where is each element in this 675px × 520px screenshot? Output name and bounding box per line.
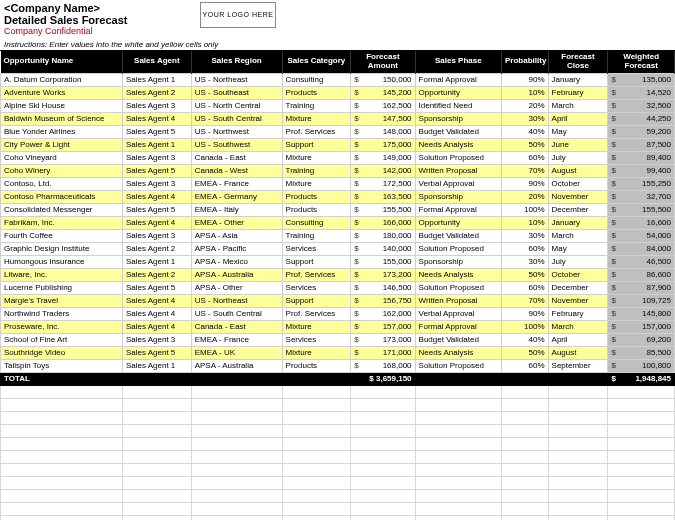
- cell-probability[interactable]: 70%: [502, 294, 549, 307]
- cell-weighted[interactable]: 32,500: [608, 99, 675, 112]
- cell-phase[interactable]: Written Proposal: [415, 294, 501, 307]
- cell-phase[interactable]: Sponsorship: [415, 255, 501, 268]
- cell-probability[interactable]: 30%: [502, 255, 549, 268]
- cell-close[interactable]: May: [548, 242, 608, 255]
- col-phase[interactable]: Sales Phase: [415, 51, 501, 73]
- cell-phase[interactable]: Solution Proposed: [415, 281, 501, 294]
- cell-amount[interactable]: 166,000: [351, 216, 415, 229]
- cell-category[interactable]: Training: [282, 229, 351, 242]
- cell-agent[interactable]: Sales Agent 2: [122, 268, 191, 281]
- cell-category[interactable]: Mixture: [282, 346, 351, 359]
- cell-weighted[interactable]: 89,400: [608, 151, 675, 164]
- col-region[interactable]: Sales Region: [191, 51, 282, 73]
- cell-close[interactable]: August: [548, 346, 608, 359]
- cell-amount[interactable]: 163,500: [351, 190, 415, 203]
- cell-agent[interactable]: Sales Agent 1: [122, 359, 191, 372]
- cell-agent[interactable]: Sales Agent 4: [122, 112, 191, 125]
- cell-weighted[interactable]: 87,900: [608, 281, 675, 294]
- cell-phase[interactable]: Needs Analysis: [415, 268, 501, 281]
- cell-probability[interactable]: 20%: [502, 190, 549, 203]
- cell-phase[interactable]: Solution Proposed: [415, 359, 501, 372]
- cell-region[interactable]: US - South Central: [191, 112, 282, 125]
- cell-amount[interactable]: 173,000: [351, 333, 415, 346]
- cell-agent[interactable]: Sales Agent 1: [122, 138, 191, 151]
- cell-agent[interactable]: Sales Agent 3: [122, 177, 191, 190]
- cell-phase[interactable]: Formal Approval: [415, 320, 501, 333]
- cell-probability[interactable]: 50%: [502, 346, 549, 359]
- cell-opportunity[interactable]: Proseware, Inc.: [1, 320, 123, 333]
- cell-phase[interactable]: Written Proposal: [415, 164, 501, 177]
- cell-weighted[interactable]: 46,500: [608, 255, 675, 268]
- cell-category[interactable]: Prof. Services: [282, 307, 351, 320]
- cell-phase[interactable]: Budget Validated: [415, 333, 501, 346]
- col-opportunity[interactable]: Opportunity Name: [1, 51, 123, 73]
- cell-weighted[interactable]: 135,000: [608, 73, 675, 86]
- cell-region[interactable]: US - South Central: [191, 307, 282, 320]
- cell-weighted[interactable]: 99,400: [608, 164, 675, 177]
- cell-probability[interactable]: 10%: [502, 216, 549, 229]
- cell-probability[interactable]: 90%: [502, 73, 549, 86]
- cell-amount[interactable]: 172,500: [351, 177, 415, 190]
- cell-amount[interactable]: 146,500: [351, 281, 415, 294]
- cell-agent[interactable]: Sales Agent 1: [122, 73, 191, 86]
- cell-probability[interactable]: 100%: [502, 203, 549, 216]
- cell-weighted[interactable]: 86,600: [608, 268, 675, 281]
- cell-amount[interactable]: 180,000: [351, 229, 415, 242]
- cell-region[interactable]: US - Northeast: [191, 294, 282, 307]
- cell-region[interactable]: EMEA - UK: [191, 346, 282, 359]
- cell-opportunity[interactable]: Graphic Design Institute: [1, 242, 123, 255]
- cell-weighted[interactable]: 54,000: [608, 229, 675, 242]
- cell-agent[interactable]: Sales Agent 3: [122, 229, 191, 242]
- cell-probability[interactable]: 40%: [502, 125, 549, 138]
- cell-probability[interactable]: 90%: [502, 177, 549, 190]
- cell-category[interactable]: Products: [282, 190, 351, 203]
- cell-close[interactable]: May: [548, 125, 608, 138]
- cell-region[interactable]: US - Northwest: [191, 125, 282, 138]
- cell-category[interactable]: Training: [282, 164, 351, 177]
- cell-probability[interactable]: 30%: [502, 112, 549, 125]
- cell-agent[interactable]: Sales Agent 5: [122, 281, 191, 294]
- cell-weighted[interactable]: 155,250: [608, 177, 675, 190]
- cell-amount[interactable]: 147,500: [351, 112, 415, 125]
- cell-agent[interactable]: Sales Agent 4: [122, 190, 191, 203]
- cell-amount[interactable]: 140,000: [351, 242, 415, 255]
- cell-region[interactable]: Canada - West: [191, 164, 282, 177]
- cell-close[interactable]: January: [548, 216, 608, 229]
- cell-probability[interactable]: 100%: [502, 320, 549, 333]
- cell-weighted[interactable]: 100,800: [608, 359, 675, 372]
- cell-weighted[interactable]: 32,700: [608, 190, 675, 203]
- cell-opportunity[interactable]: A. Datum Corporation: [1, 73, 123, 86]
- cell-opportunity[interactable]: Adventure Works: [1, 86, 123, 99]
- cell-amount[interactable]: 155,000: [351, 255, 415, 268]
- cell-amount[interactable]: 145,200: [351, 86, 415, 99]
- cell-opportunity[interactable]: Northwind Traders: [1, 307, 123, 320]
- cell-amount[interactable]: 157,000: [351, 320, 415, 333]
- cell-amount[interactable]: 156,750: [351, 294, 415, 307]
- cell-probability[interactable]: 10%: [502, 86, 549, 99]
- cell-probability[interactable]: 60%: [502, 359, 549, 372]
- cell-amount[interactable]: 175,000: [351, 138, 415, 151]
- cell-region[interactable]: Canada - East: [191, 151, 282, 164]
- cell-close[interactable]: October: [548, 177, 608, 190]
- cell-opportunity[interactable]: Humongous Insurance: [1, 255, 123, 268]
- cell-weighted[interactable]: 85,500: [608, 346, 675, 359]
- cell-opportunity[interactable]: Tailspin Toys: [1, 359, 123, 372]
- cell-phase[interactable]: Opportunity: [415, 216, 501, 229]
- cell-opportunity[interactable]: Fourth Coffee: [1, 229, 123, 242]
- cell-weighted[interactable]: 145,800: [608, 307, 675, 320]
- cell-amount[interactable]: 171,000: [351, 346, 415, 359]
- cell-weighted[interactable]: 14,520: [608, 86, 675, 99]
- cell-phase[interactable]: Sponsorship: [415, 112, 501, 125]
- cell-agent[interactable]: Sales Agent 4: [122, 307, 191, 320]
- cell-region[interactable]: APSA - Mexico: [191, 255, 282, 268]
- cell-agent[interactable]: Sales Agent 3: [122, 333, 191, 346]
- cell-category[interactable]: Services: [282, 333, 351, 346]
- cell-weighted[interactable]: 109,725: [608, 294, 675, 307]
- cell-close[interactable]: January: [548, 73, 608, 86]
- cell-close[interactable]: November: [548, 294, 608, 307]
- cell-weighted[interactable]: 84,000: [608, 242, 675, 255]
- cell-region[interactable]: US - Northeast: [191, 73, 282, 86]
- cell-probability[interactable]: 60%: [502, 151, 549, 164]
- cell-category[interactable]: Services: [282, 242, 351, 255]
- cell-phase[interactable]: Verbal Approval: [415, 177, 501, 190]
